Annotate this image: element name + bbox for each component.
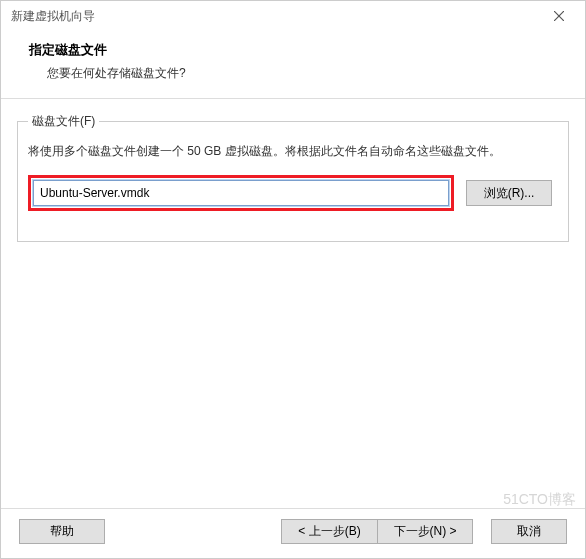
- disk-file-description: 将使用多个磁盘文件创建一个 50 GB 虚拟磁盘。将根据此文件名自动命名这些磁盘…: [28, 142, 558, 161]
- file-input-highlight: [28, 175, 454, 211]
- close-icon: [554, 11, 564, 21]
- disk-file-group: 磁盘文件(F) 将使用多个磁盘文件创建一个 50 GB 虚拟磁盘。将根据此文件名…: [17, 113, 569, 242]
- disk-file-legend: 磁盘文件(F): [28, 113, 99, 130]
- next-button[interactable]: 下一步(N) >: [377, 519, 473, 544]
- back-button[interactable]: < 上一步(B): [281, 519, 377, 544]
- close-button[interactable]: [539, 2, 579, 30]
- wizard-header: 指定磁盘文件 您要在何处存储磁盘文件?: [1, 31, 585, 99]
- button-bar: 帮助 < 上一步(B) 下一步(N) > 取消: [1, 508, 585, 558]
- wizard-window: 新建虚拟机向导 指定磁盘文件 您要在何处存储磁盘文件? 磁盘文件(F) 将使用多…: [0, 0, 586, 559]
- page-subtitle: 您要在何处存储磁盘文件?: [29, 65, 557, 82]
- cancel-button[interactable]: 取消: [491, 519, 567, 544]
- titlebar: 新建虚拟机向导: [1, 1, 585, 31]
- browse-button[interactable]: 浏览(R)...: [466, 180, 552, 206]
- help-button[interactable]: 帮助: [19, 519, 105, 544]
- disk-file-input[interactable]: [33, 180, 449, 206]
- nav-button-group: < 上一步(B) 下一步(N) >: [281, 519, 473, 544]
- page-title: 指定磁盘文件: [29, 41, 557, 59]
- wizard-content: 磁盘文件(F) 将使用多个磁盘文件创建一个 50 GB 虚拟磁盘。将根据此文件名…: [1, 99, 585, 508]
- file-row: 浏览(R)...: [28, 175, 558, 211]
- window-title: 新建虚拟机向导: [11, 8, 95, 25]
